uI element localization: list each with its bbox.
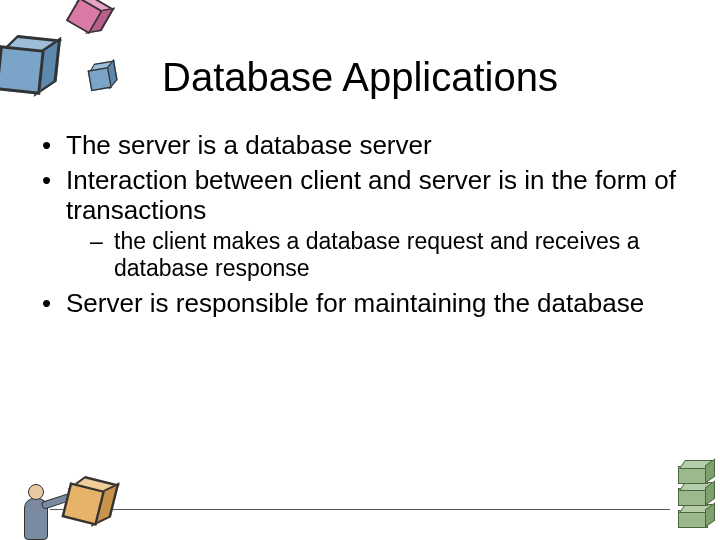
stacked-cube-icon [678, 466, 708, 484]
slide-title: Database Applications [0, 55, 720, 100]
bullet-item: The server is a database server [38, 130, 678, 161]
person-icon [14, 476, 58, 540]
slide: Database Applications The server is a da… [0, 0, 720, 540]
stacked-cube-icon [678, 488, 708, 506]
bullet-item: Server is responsible for maintaining th… [38, 288, 678, 319]
slide-body: The server is a database server Interact… [38, 130, 678, 323]
cube-icon [69, 0, 106, 29]
corner-clipart-bottom-right [668, 460, 716, 530]
sub-bullet-text: the client makes a database request and … [114, 228, 640, 281]
stacked-cube-icon [678, 510, 708, 528]
bullet-text: Interaction between client and server is… [66, 165, 676, 226]
bullet-item: Interaction between client and server is… [38, 165, 678, 283]
corner-clipart-bottom-left [0, 460, 160, 540]
bullet-text: Server is responsible for maintaining th… [66, 288, 644, 318]
sub-bullet-item: the client makes a database request and … [66, 228, 678, 282]
bullet-text: The server is a database server [66, 130, 432, 160]
cube-icon [63, 475, 107, 519]
